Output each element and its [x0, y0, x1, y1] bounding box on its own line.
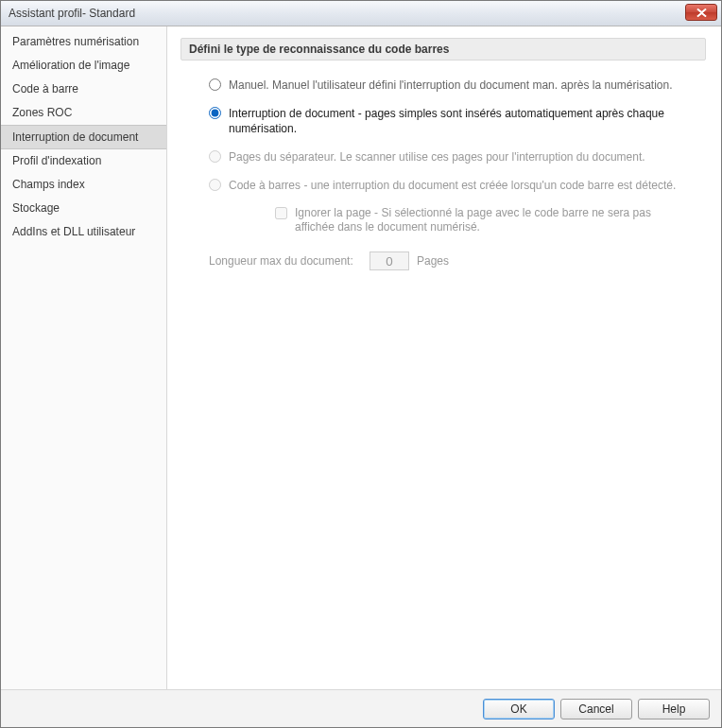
ignore-page-label: Ignorer la page - Si sélectionné la page… — [295, 206, 692, 234]
window: Assistant profil- Standard Paramètres nu… — [0, 0, 722, 728]
ignore-page-row: Ignorer la page - Si sélectionné la page… — [275, 206, 696, 234]
sidebar-item-label: Paramètres numérisation — [12, 35, 139, 48]
close-icon — [696, 9, 707, 17]
option-label: Interruption de document - pages simples… — [229, 106, 696, 136]
sidebar-item-storage[interactable]: Stockage — [1, 197, 166, 220]
help-button[interactable]: Help — [638, 699, 710, 719]
sidebar-item-index-profile[interactable]: Profil d'indexation — [1, 149, 166, 173]
sidebar-item-label: Stockage — [12, 201, 60, 215]
max-length-input — [370, 251, 409, 270]
options-group: Manuel. Manuel l'utilisateur défini l'in… — [180, 78, 706, 234]
window-title: Assistant profil- Standard — [9, 7, 135, 20]
sidebar-item-addins[interactable]: AddIns et DLL utilisateur — [1, 220, 166, 244]
close-button[interactable] — [685, 4, 717, 21]
option-manual[interactable]: Manuel. Manuel l'utilisateur défini l'in… — [209, 78, 696, 93]
max-length-row: Longueur max du document: Pages — [209, 251, 706, 270]
ok-button[interactable]: OK — [483, 699, 555, 719]
option-barcode: Code à barres - une interruption du docu… — [209, 178, 696, 193]
radio-manual[interactable] — [209, 78, 221, 91]
radio-document-break[interactable] — [209, 107, 221, 119]
sidebar-item-ocr-zones[interactable]: Zones ROC — [1, 101, 166, 125]
sidebar: Paramètres numérisation Amélioration de … — [1, 26, 167, 689]
option-document-break[interactable]: Interruption de document - pages simples… — [209, 106, 696, 136]
sidebar-item-scan-settings[interactable]: Paramètres numérisation — [1, 30, 166, 54]
sidebar-item-barcode[interactable]: Code à barre — [1, 78, 166, 101]
max-length-unit: Pages — [417, 254, 449, 268]
sidebar-item-label: Zones ROC — [12, 106, 72, 119]
titlebar: Assistant profil- Standard — [1, 1, 721, 26]
option-label: Manuel. Manuel l'utilisateur défini l'in… — [229, 78, 673, 93]
footer: OK Cancel Help — [1, 689, 721, 727]
sidebar-item-index-fields[interactable]: Champs index — [1, 173, 166, 197]
sidebar-item-label: Champs index — [12, 178, 85, 191]
checkbox-ignore-page — [275, 207, 287, 219]
option-separator: Pages du séparateur. Le scanner utilise … — [209, 149, 696, 165]
body-area: Paramètres numérisation Amélioration de … — [1, 26, 721, 689]
sidebar-item-label: Interruption de document — [12, 130, 138, 144]
sidebar-item-label: Profil d'indexation — [12, 154, 101, 167]
max-length-label: Longueur max du document: — [209, 254, 370, 268]
radio-barcode — [209, 179, 221, 191]
option-label: Code à barres - une interruption du docu… — [229, 178, 676, 193]
sidebar-item-label: AddIns et DLL utilisateur — [12, 225, 135, 238]
cancel-button[interactable]: Cancel — [560, 699, 632, 719]
radio-separator — [209, 150, 221, 163]
sidebar-item-document-break[interactable]: Interruption de document — [1, 125, 166, 149]
sidebar-item-label: Code à barre — [12, 82, 78, 95]
sidebar-item-image-enhance[interactable]: Amélioration de l'image — [1, 54, 166, 78]
option-label: Pages du séparateur. Le scanner utilise … — [229, 149, 645, 165]
sidebar-item-label: Amélioration de l'image — [12, 59, 129, 72]
content-pane: Défini le type de reconnaissance du code… — [167, 26, 721, 689]
group-header: Défini le type de reconnaissance du code… — [180, 38, 706, 61]
